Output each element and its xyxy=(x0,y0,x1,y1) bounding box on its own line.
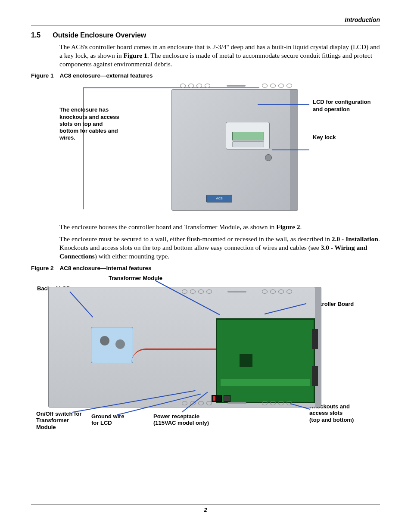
top-rule xyxy=(31,25,380,25)
figure1-label-b: AC8 enclosure—external features xyxy=(60,72,153,79)
figure1-label-a: Figure 1 xyxy=(31,72,54,79)
figure2-label: Figure 2AC8 enclosure—internal features xyxy=(31,265,380,271)
p2-c: . xyxy=(300,223,302,230)
figure1: The enclosure has knockouts and access s… xyxy=(59,81,380,218)
p2-figref: Figure 2 xyxy=(276,223,300,230)
running-head: Introduction xyxy=(31,16,380,23)
enclosure-badge: AC8 xyxy=(206,195,232,202)
lcd-back xyxy=(91,327,133,363)
key-lock xyxy=(265,154,272,161)
page-number: 2 xyxy=(0,507,411,513)
figure2-annotation-recept: Power receptacle (115VAC model only) xyxy=(153,413,222,426)
figure2-annotation-recept-a: Power receptacle xyxy=(153,413,199,420)
p1-figref: Figure 1 xyxy=(124,52,147,59)
controller-board xyxy=(216,318,315,403)
figure2-annotation-gnd: Ground wire for LCD xyxy=(91,413,128,426)
paragraph-2: The enclosure houses the controller boar… xyxy=(59,223,380,231)
intro-paragraph-1: The AC8's controller board comes in an e… xyxy=(59,43,380,68)
knockouts-top xyxy=(182,289,292,294)
figure1-annotation-lcd: LCD for configuration and operation xyxy=(313,99,382,113)
p2-a: The enclosure houses the controller boar… xyxy=(59,223,276,230)
figure1-leader-left xyxy=(83,87,84,209)
figure1-leader-lock xyxy=(272,149,309,150)
figure2-annotation-transformer: Transformer Module xyxy=(109,275,162,282)
figure2-annotation-recept-b: (115VAC model only) xyxy=(153,420,209,426)
figure2: Transformer Module Back of LCD Controlle… xyxy=(31,274,380,429)
figure2-label-b: AC8 enclosure—internal features xyxy=(60,265,152,271)
figure2-label-a: Figure 2 xyxy=(31,265,54,271)
figure2-annotation-knockouts-b: (top and bottom) xyxy=(309,417,354,423)
figure1-annotation-lock: Key lock xyxy=(313,134,336,141)
section-title: Outside Enclosure Overview xyxy=(53,31,146,39)
ground-wire xyxy=(131,348,216,363)
paragraph-3: The enclosure must be secured to a wall,… xyxy=(59,235,380,260)
figure2-annotation-onoff: On/Off switch for Transformer Module xyxy=(36,411,88,431)
knockouts-bottom xyxy=(182,401,292,405)
enclosure-open xyxy=(48,287,321,408)
figure1-annotation-knockouts: The enclosure has knockouts and access s… xyxy=(59,106,121,141)
footer-rule xyxy=(31,504,380,504)
figure1-leader-lcd xyxy=(258,104,309,105)
p3-e: ) with either mounting type. xyxy=(95,252,169,260)
enclosure-top-knockouts xyxy=(180,83,292,88)
lcd-panel xyxy=(226,122,270,149)
section-heading: 1.5 Outside Enclosure Overview xyxy=(31,31,380,39)
section-number: 1.5 xyxy=(31,31,40,39)
p3-ref-install: 2.0 - Installation xyxy=(332,235,378,243)
p3-a: The enclosure must be secured to a wall,… xyxy=(59,235,332,243)
figure1-label: Figure 1AC8 enclosure—external features xyxy=(31,72,380,79)
